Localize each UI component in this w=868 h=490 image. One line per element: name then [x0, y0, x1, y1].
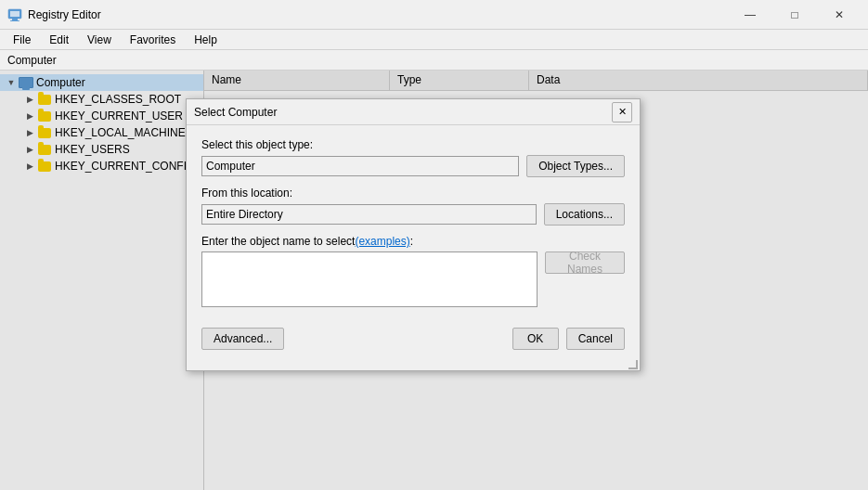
select-computer-dialog: Select Computer ✕ Select this object typ…: [186, 98, 641, 371]
maximize-button[interactable]: □: [773, 1, 816, 29]
app-icon: [7, 7, 22, 22]
ok-button[interactable]: OK: [512, 328, 559, 350]
object-type-label: Select this object type:: [201, 138, 625, 151]
cancel-button[interactable]: Cancel: [566, 328, 625, 350]
dialog-footer: Advanced... OK Cancel: [187, 320, 640, 363]
examples-link[interactable]: (examples): [355, 235, 409, 248]
menu-help[interactable]: Help: [185, 30, 227, 49]
menu-view[interactable]: View: [78, 30, 121, 49]
dialog-close-button[interactable]: ✕: [612, 102, 632, 122]
window-controls: — □ ✕: [729, 1, 861, 29]
window-title: Registry Editor: [28, 8, 729, 21]
menu-file[interactable]: File: [4, 30, 40, 49]
object-type-row: Object Types...: [201, 155, 625, 177]
minimize-button[interactable]: —: [729, 1, 771, 29]
location-row: Locations...: [201, 203, 625, 226]
resize-grip[interactable]: [628, 360, 638, 369]
close-button[interactable]: ✕: [818, 1, 861, 29]
address-text: Computer: [7, 54, 57, 67]
dialog-title: Select Computer: [194, 106, 612, 119]
dialog-body: Select this object type: Object Types...…: [187, 125, 640, 320]
object-name-textarea[interactable]: [201, 251, 538, 307]
svg-rect-3: [10, 20, 19, 21]
location-label: From this location:: [201, 187, 625, 200]
main-content: ▼ Computer ▶ HKEY_CLASSES_ROOT ▶ HKEY_CU…: [0, 71, 868, 490]
object-name-row: Check Names: [201, 251, 625, 307]
location-input[interactable]: [201, 204, 537, 225]
menu-favorites[interactable]: Favorites: [121, 30, 185, 49]
locations-button[interactable]: Locations...: [544, 203, 625, 226]
svg-rect-2: [12, 19, 18, 20]
advanced-button[interactable]: Advanced...: [201, 328, 284, 350]
dialog-resize: [187, 363, 640, 370]
address-bar: Computer: [0, 50, 868, 71]
object-type-input[interactable]: [201, 156, 519, 176]
menu-bar: File Edit View Favorites Help: [0, 30, 868, 50]
dialog-title-bar: Select Computer ✕: [187, 99, 640, 125]
bottom-right-buttons: OK Cancel: [512, 328, 625, 350]
menu-edit[interactable]: Edit: [40, 30, 78, 49]
object-name-label: Enter the object name to select(examples…: [201, 235, 625, 248]
title-bar: Registry Editor — □ ✕: [0, 0, 868, 30]
svg-rect-1: [10, 11, 19, 17]
check-names-button[interactable]: Check Names: [545, 251, 625, 274]
object-types-button[interactable]: Object Types...: [526, 155, 625, 177]
